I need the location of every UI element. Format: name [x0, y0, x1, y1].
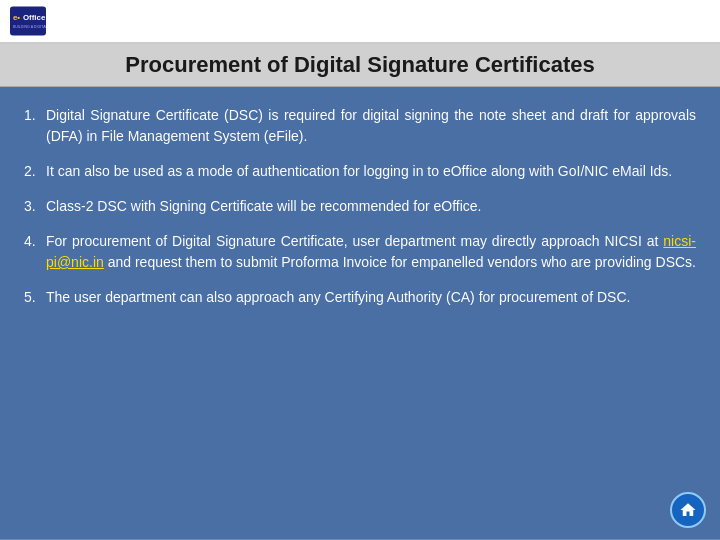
title-bar: Procurement of Digital Signature Certifi… — [0, 44, 720, 87]
home-icon — [679, 501, 697, 519]
eoffice-logo-icon: e• Office BUILDING A DIGITAL INDIA — [10, 5, 46, 37]
item-number-3: 3. — [24, 196, 46, 217]
list-item: 4. For procurement of Digital Signature … — [24, 231, 696, 273]
home-button[interactable] — [670, 492, 706, 528]
item-number-5: 5. — [24, 287, 46, 308]
item-number-1: 1. — [24, 105, 46, 147]
item-number-2: 2. — [24, 161, 46, 182]
svg-text:BUILDING A DIGITAL INDIA: BUILDING A DIGITAL INDIA — [13, 25, 46, 29]
list-item: 1. Digital Signature Certificate (DSC) i… — [24, 105, 696, 147]
page-title: Procurement of Digital Signature Certifi… — [20, 52, 700, 78]
item-text-5: The user department can also approach an… — [46, 287, 696, 308]
svg-text:e•: e• — [13, 13, 20, 22]
item-text-4: For procurement of Digital Signature Cer… — [46, 231, 696, 273]
logo-area: e• Office BUILDING A DIGITAL INDIA — [10, 5, 46, 37]
content-area: 1. Digital Signature Certificate (DSC) i… — [0, 87, 720, 539]
item-text-1: Digital Signature Certificate (DSC) is r… — [46, 105, 696, 147]
svg-text:Office: Office — [23, 13, 46, 22]
item-number-4: 4. — [24, 231, 46, 273]
item-text-2: It can also be used as a mode of authent… — [46, 161, 696, 182]
email-link[interactable]: nicsi-pi@nic.in — [46, 233, 696, 270]
header-bar: e• Office BUILDING A DIGITAL INDIA — [0, 0, 720, 44]
list-item: 2. It can also be used as a mode of auth… — [24, 161, 696, 182]
content-list: 1. Digital Signature Certificate (DSC) i… — [24, 105, 696, 308]
list-item: 3. Class-2 DSC with Signing Certificate … — [24, 196, 696, 217]
item-text-3: Class-2 DSC with Signing Certificate wil… — [46, 196, 696, 217]
list-item: 5. The user department can also approach… — [24, 287, 696, 308]
